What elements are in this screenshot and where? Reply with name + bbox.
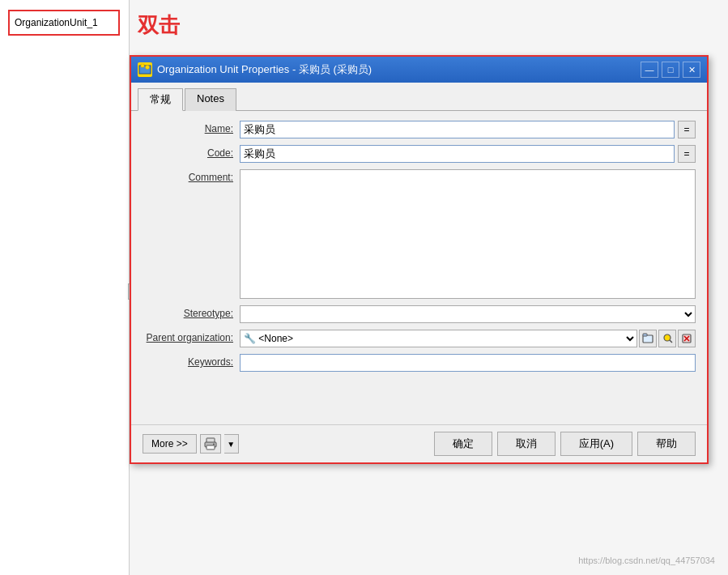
code-btn[interactable]: =	[678, 145, 696, 163]
tree-node-label: OrganizationUnit_1	[15, 17, 98, 28]
maximize-button[interactable]: □	[662, 62, 679, 78]
svg-line-6	[670, 340, 672, 343]
apply-button[interactable]: 应用(A)	[560, 432, 632, 456]
parent-org-browse-btn[interactable]	[639, 330, 657, 347]
name-control-wrap: =	[240, 121, 696, 138]
watermark: https://blog.csdn.net/qq_44757034	[578, 556, 715, 565]
svg-point-2	[146, 66, 150, 70]
print-dropdown-btn[interactable]: ▼	[224, 434, 239, 454]
stereotype-row: Stereotype:	[143, 305, 696, 323]
code-row: Code: =	[143, 145, 696, 163]
parent-org-wrap: 🔧 <None>	[240, 330, 696, 347]
close-button[interactable]: ✕	[683, 62, 700, 78]
stereotype-select[interactable]	[240, 305, 696, 323]
svg-rect-12	[206, 445, 215, 449]
title-bar: Organization Unit Properties - 采购员 (采购员)…	[131, 57, 707, 83]
stereotype-control-wrap	[240, 305, 696, 323]
dialog-content: Name: = Code: = Comment: Stereotype:	[131, 111, 707, 424]
keywords-row: Keywords:	[143, 354, 696, 372]
code-label: Code:	[143, 145, 240, 159]
comment-textarea[interactable]	[240, 169, 696, 299]
comment-control-wrap	[240, 169, 696, 299]
minimize-button[interactable]: —	[641, 62, 658, 78]
keywords-label: Keywords:	[143, 354, 240, 368]
tab-bar: 常规 Notes	[131, 83, 707, 111]
name-btn[interactable]: =	[678, 121, 696, 138]
dialog-footer: More >> ▼ 确定 取消 应用(A) 帮助	[131, 424, 707, 462]
code-control-wrap: =	[240, 145, 696, 163]
dialog-window: Organization Unit Properties - 采购员 (采购员)…	[130, 55, 709, 464]
tree-panel: OrganizationUnit_1	[0, 0, 130, 575]
comment-row: Comment:	[143, 169, 696, 299]
annotation-text: 双击	[138, 11, 180, 40]
tree-node[interactable]: OrganizationUnit_1	[8, 10, 120, 36]
parent-org-row: Parent organization: 🔧 <None>	[143, 330, 696, 347]
footer-left: More >> ▼	[143, 434, 429, 454]
parent-org-select[interactable]: 🔧 <None>	[240, 330, 637, 347]
svg-rect-4	[643, 334, 647, 336]
name-row: Name: =	[143, 121, 696, 138]
code-input[interactable]	[240, 145, 675, 163]
comment-label: Comment:	[143, 169, 240, 183]
keywords-input[interactable]	[240, 354, 696, 372]
keywords-control-wrap	[240, 354, 696, 372]
tab-general[interactable]: 常规	[138, 88, 183, 111]
svg-rect-1	[141, 64, 144, 67]
name-input[interactable]	[240, 121, 675, 138]
footer-right: 确定 取消 应用(A) 帮助	[434, 432, 696, 456]
parent-org-label: Parent organization:	[143, 330, 240, 343]
cancel-button[interactable]: 取消	[497, 432, 556, 456]
tab-notes[interactable]: Notes	[185, 88, 236, 111]
dialog-icon	[138, 62, 152, 77]
help-button[interactable]: 帮助	[637, 432, 696, 456]
window-controls: — □ ✕	[641, 62, 700, 78]
dialog-title: Organization Unit Properties - 采购员 (采购员)	[157, 62, 641, 77]
parent-org-select-btn[interactable]	[658, 330, 676, 347]
stereotype-label: Stereotype:	[143, 305, 240, 319]
parent-org-clear-btn[interactable]	[678, 330, 696, 347]
confirm-button[interactable]: 确定	[434, 432, 492, 456]
svg-point-5	[664, 334, 671, 341]
print-button[interactable]	[200, 434, 221, 454]
name-label: Name:	[143, 121, 240, 134]
more-button[interactable]: More >>	[143, 434, 197, 454]
svg-point-13	[213, 444, 215, 445]
